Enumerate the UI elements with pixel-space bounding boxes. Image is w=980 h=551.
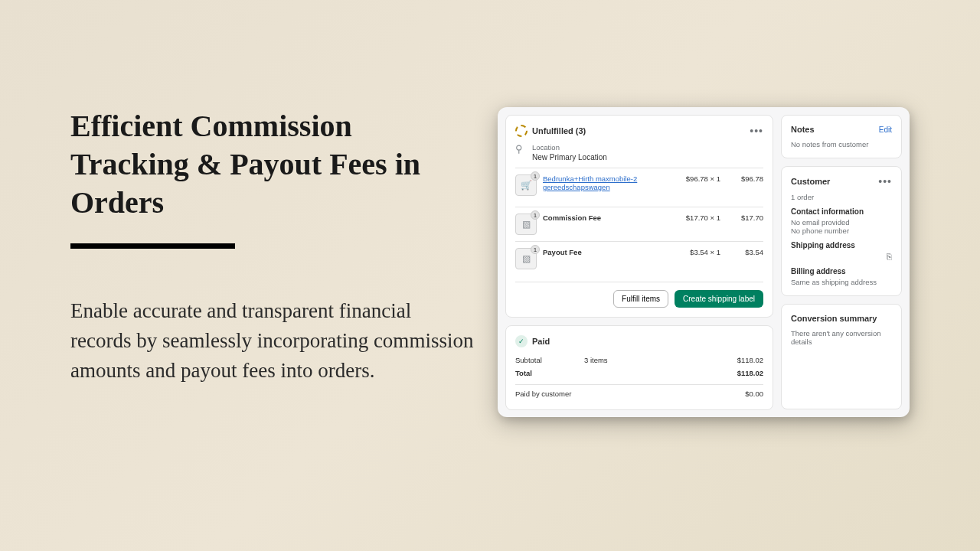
location-label: Location xyxy=(532,143,607,152)
product-subtitle xyxy=(543,193,667,201)
subtotal-label: Subtotal xyxy=(515,356,584,364)
create-shipping-label-button[interactable]: Create shipping label xyxy=(675,290,763,308)
no-phone: No phone number xyxy=(791,227,892,235)
paid-status-icon: ✓ xyxy=(515,335,528,347)
notes-edit-link[interactable]: Edit xyxy=(879,126,892,134)
subtext: Enable accurate and transparent financia… xyxy=(70,296,476,386)
line-qty: $96.78 × 1 xyxy=(673,174,720,183)
customer-card: Customer ••• 1 order Contact information… xyxy=(781,166,902,296)
fulfill-items-button[interactable]: Fulfill items xyxy=(613,290,668,308)
fulfillment-card: Unfulfilled (3) ••• ⚲ Location New Prima… xyxy=(505,115,773,318)
customer-more-icon[interactable]: ••• xyxy=(878,176,892,187)
product-name: Commission Fee xyxy=(543,214,601,222)
location-name: New Primary Location xyxy=(532,153,607,161)
line-item: ▧ 1 Commission Fee $17.70 × 1 $17.70 xyxy=(515,207,763,241)
no-email: No email provided xyxy=(791,218,892,227)
headline-underline xyxy=(70,243,235,249)
paid-card: ✓ Paid Subtotal 3 items $118.02 Total $1… xyxy=(505,325,773,410)
qty-badge: 1 xyxy=(531,210,540,220)
billing-address-head: Billing address xyxy=(791,267,892,276)
subtotal-value: $118.02 xyxy=(717,356,763,364)
line-price: $3.54 xyxy=(727,248,763,256)
line-item: ▧ 1 Payout Fee $3.54 × 1 $3.54 xyxy=(515,241,763,276)
product-name: Payout Fee xyxy=(543,248,582,256)
notes-card: Notes Edit No notes from customer xyxy=(781,115,902,158)
fulfillment-more-icon[interactable]: ••• xyxy=(750,126,763,136)
line-item: 🛒 1 Bedrunka+Hirth maxmobile-2 gereedsch… xyxy=(515,168,763,207)
line-price: $96.78 xyxy=(727,174,763,183)
line-qty: $3.54 × 1 xyxy=(673,248,720,256)
customer-orders: 1 order xyxy=(791,193,892,201)
conversion-body: There aren't any conversion details xyxy=(791,329,892,346)
product-thumb-icon: 🛒 1 xyxy=(515,174,537,196)
paid-title: Paid xyxy=(532,337,550,346)
location-pin-icon: ⚲ xyxy=(515,143,526,155)
total-value: $118.02 xyxy=(717,369,763,377)
customer-title: Customer xyxy=(791,177,830,186)
shipping-address-head: Shipping address xyxy=(791,241,892,249)
total-label: Total xyxy=(515,369,584,377)
product-link[interactable]: Bedrunka+Hirth maxmobile-2 gereedschapsw… xyxy=(543,174,637,191)
paid-by-value: $0.00 xyxy=(717,390,763,398)
line-price: $17.70 xyxy=(727,214,763,222)
contact-info-head: Contact information xyxy=(791,207,892,216)
product-thumb-icon: ▧ 1 xyxy=(515,248,537,269)
unfulfilled-status-icon xyxy=(515,125,528,137)
qty-badge: 1 xyxy=(531,245,540,254)
qty-badge: 1 xyxy=(531,171,540,181)
order-panel: Unfulfilled (3) ••• ⚲ Location New Prima… xyxy=(498,107,910,417)
headline: Efficient Commission Tracking & Payout F… xyxy=(70,107,476,222)
notes-title: Notes xyxy=(791,125,815,134)
copy-address-icon[interactable]: ⎘ xyxy=(791,252,892,261)
fulfillment-status: Unfulfilled (3) xyxy=(532,126,586,135)
line-qty: $17.70 × 1 xyxy=(673,214,720,222)
conversion-card: Conversion summary There aren't any conv… xyxy=(781,304,902,409)
paid-by-label: Paid by customer xyxy=(515,390,717,398)
subtotal-items: 3 items xyxy=(584,356,717,364)
product-thumb-icon: ▧ 1 xyxy=(515,214,537,235)
notes-body: No notes from customer xyxy=(791,140,892,148)
billing-body: Same as shipping address xyxy=(791,278,892,286)
conversion-title: Conversion summary xyxy=(791,314,892,323)
